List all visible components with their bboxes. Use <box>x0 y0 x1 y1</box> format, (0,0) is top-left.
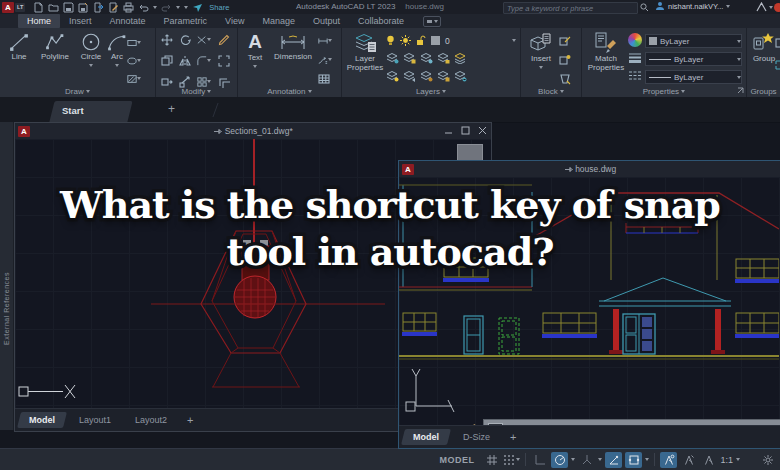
autodesk-dropdown-icon[interactable] <box>769 6 773 9</box>
pin-icon[interactable] <box>564 165 573 174</box>
insert-block-tool[interactable]: Insert <box>526 32 556 72</box>
line-tool[interactable]: Line <box>4 32 34 61</box>
linetype-dropdown[interactable]: ByLayer <box>645 70 742 84</box>
notification-icon[interactable] <box>774 3 780 12</box>
layer-color-swatch[interactable] <box>431 36 440 45</box>
polar-tracking-toggle[interactable] <box>551 452 568 468</box>
match-properties-tool[interactable]: MatchProperties <box>585 32 627 72</box>
user-dropdown-icon[interactable] <box>726 5 730 8</box>
maximize-icon[interactable] <box>461 126 470 135</box>
rectangle-tool[interactable] <box>127 36 141 49</box>
layer-unlock-icon[interactable] <box>416 35 426 46</box>
trim-tool[interactable] <box>197 33 211 46</box>
customize-quick-access-icon[interactable] <box>184 6 188 9</box>
title-bar[interactable]: A LT Share Autodesk AutoCAD LT 2023house… <box>0 0 780 14</box>
new-file-icon[interactable] <box>33 2 44 13</box>
layer-unisolate-icon[interactable] <box>403 52 416 64</box>
lineweight-dropdown[interactable]: ByLayer <box>645 52 742 66</box>
erase-tool[interactable] <box>218 33 232 46</box>
lineweight-icon[interactable] <box>628 52 642 64</box>
redo-icon[interactable] <box>161 2 172 13</box>
layer-thaw-icon[interactable] <box>437 70 450 82</box>
mirror-tool[interactable] <box>179 54 193 67</box>
house-window-title-bar[interactable]: A house.dwg <box>399 161 780 177</box>
panel-label-block[interactable]: Block <box>521 87 581 96</box>
save-icon[interactable] <box>63 2 74 13</box>
block-create-icon[interactable] <box>559 72 573 85</box>
grid-display-toggle[interactable] <box>483 452 500 468</box>
sections-window-title-bar[interactable]: A Sections_01.dwg* <box>15 123 491 139</box>
ortho-mode-toggle[interactable] <box>531 452 548 468</box>
layer-lock-icon[interactable] <box>437 52 450 64</box>
tab-parametric[interactable]: Parametric <box>155 14 217 28</box>
group-tool[interactable]: Group <box>750 32 778 63</box>
export-icon[interactable] <box>93 2 104 13</box>
external-references-palette-tab[interactable]: External References <box>0 122 14 430</box>
autocad-logo-icon[interactable]: A <box>2 2 14 13</box>
isodraft-toggle[interactable] <box>578 452 595 468</box>
layer-on-icon[interactable] <box>386 35 395 46</box>
layer-freeze-icon[interactable] <box>400 35 411 46</box>
save-as-icon[interactable] <box>78 2 89 13</box>
undo-dropdown-icon[interactable] <box>153 6 157 9</box>
house-tab-model[interactable]: Model <box>401 429 451 445</box>
sections-tab-layout2[interactable]: Layout2 <box>123 412 179 428</box>
tab-start[interactable]: Start <box>62 105 84 116</box>
tab-view[interactable]: View <box>216 14 253 28</box>
sections-new-layout-button[interactable]: + <box>187 414 193 426</box>
panel-label-draw[interactable]: Draw <box>0 87 155 96</box>
polyline-tool[interactable]: Polyline <box>36 32 74 61</box>
ellipse-tool[interactable] <box>127 54 141 67</box>
block-edit-icon[interactable] <box>559 34 573 47</box>
share-icon[interactable] <box>192 2 203 13</box>
help-search-input[interactable] <box>504 4 637 13</box>
tab-insert[interactable]: Insert <box>60 14 101 28</box>
sections-tab-model[interactable]: Model <box>17 412 67 428</box>
annotation-autoscale-toggle[interactable] <box>680 452 697 468</box>
ribbon-display-options[interactable] <box>423 16 441 27</box>
close-icon[interactable] <box>478 126 487 135</box>
layer-make-current-icon[interactable] <box>454 52 467 64</box>
help-search[interactable] <box>503 2 638 14</box>
model-space-label[interactable]: MODEL <box>439 455 474 465</box>
autodesk-logo-icon[interactable] <box>756 2 767 12</box>
open-folder-icon[interactable] <box>48 2 59 13</box>
house-tab-dsize[interactable]: D-Size <box>451 429 502 445</box>
dimension-tool[interactable]: Dimension <box>270 34 316 61</box>
object-snap-toggle[interactable] <box>625 452 642 468</box>
rotate-tool[interactable] <box>179 33 193 46</box>
layer-dropdown-icon[interactable] <box>512 39 516 42</box>
tab-annotate[interactable]: Annotate <box>101 14 155 28</box>
leader-tool[interactable] <box>318 53 332 66</box>
linetype-icon[interactable] <box>628 70 642 82</box>
color-wheel-icon[interactable] <box>628 33 642 47</box>
tab-output[interactable]: Output <box>304 14 349 28</box>
layer-state-row[interactable]: 0 <box>386 34 516 47</box>
pin-icon[interactable] <box>213 127 222 136</box>
isodraft-dropdown-icon[interactable] <box>598 458 602 461</box>
sections-tab-layout1[interactable]: Layout1 <box>67 412 123 428</box>
arc-tool[interactable]: Arc <box>106 32 128 70</box>
panel-label-layers[interactable]: Layers <box>342 87 520 96</box>
print-icon[interactable] <box>123 2 134 13</box>
properties-launcher-icon[interactable] <box>737 87 744 94</box>
copy-tool[interactable] <box>161 54 175 67</box>
snap-mode-toggle[interactable] <box>503 452 520 468</box>
layer-match-icon[interactable] <box>386 70 399 82</box>
layer-walk-icon[interactable] <box>454 70 467 82</box>
annotation-visibility-toggle[interactable] <box>660 452 677 468</box>
fillet-tool[interactable] <box>197 54 211 67</box>
table-tool[interactable] <box>318 72 332 85</box>
dimension-style-tool[interactable] <box>318 34 332 47</box>
annotation-scale-value[interactable]: 1:1 <box>720 455 733 465</box>
panel-label-annotation[interactable]: Annotation <box>238 87 341 96</box>
snap-dropdown-icon[interactable] <box>516 458 520 461</box>
layer-freeze-tool-icon[interactable] <box>420 52 433 64</box>
explode-tool[interactable] <box>218 54 232 67</box>
circle-tool[interactable]: Circle <box>76 32 106 70</box>
tab-manage[interactable]: Manage <box>253 14 304 28</box>
group-edit-icon[interactable] <box>775 58 780 71</box>
redo-dropdown-icon[interactable] <box>176 6 180 9</box>
undo-icon[interactable] <box>138 2 149 13</box>
annotation-scale-dropdown-icon[interactable] <box>736 458 740 461</box>
